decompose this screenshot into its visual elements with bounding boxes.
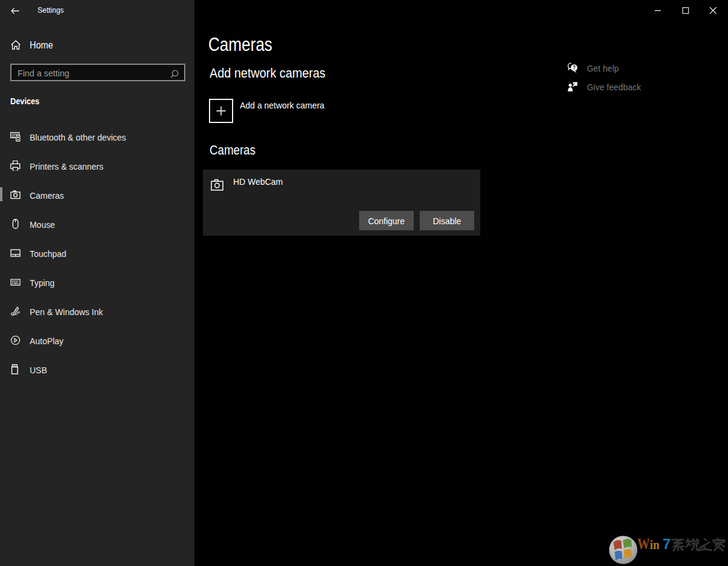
- svg-text:in: in: [650, 538, 660, 551]
- svg-text:W: W: [637, 536, 650, 552]
- svg-text:7: 7: [663, 536, 670, 552]
